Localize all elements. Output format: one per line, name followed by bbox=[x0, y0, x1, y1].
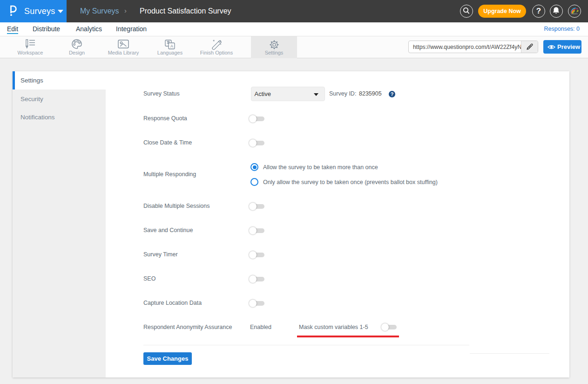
svg-text:A: A bbox=[170, 44, 173, 48]
